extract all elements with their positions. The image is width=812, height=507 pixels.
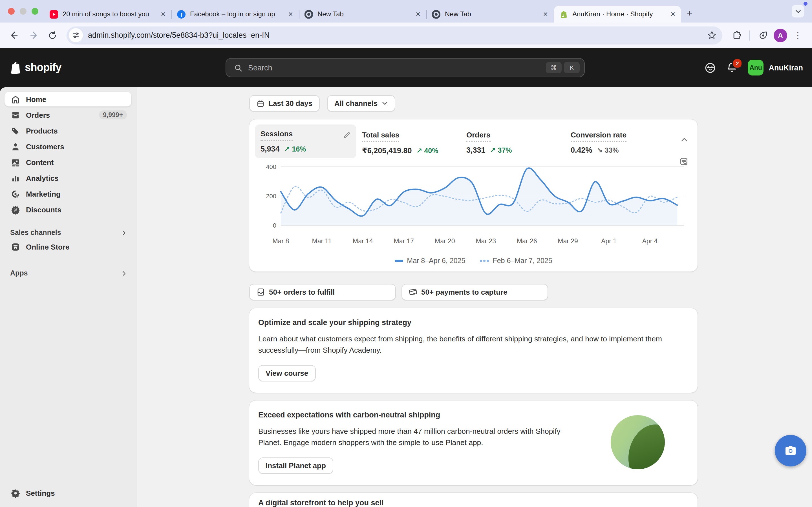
tab-facebook[interactable]: f Facebook – log in or sign up ✕ [171, 6, 299, 22]
sidebar-item-label: Settings [26, 489, 55, 497]
close-tab-icon[interactable]: ✕ [288, 10, 293, 18]
install-planet-app-button[interactable]: Install Planet app [258, 457, 333, 474]
metric-value: ₹6,205,419.80 [362, 146, 412, 155]
metric-value: 5,934 [260, 145, 280, 153]
svg-text:Mar 11: Mar 11 [312, 237, 332, 245]
sidebar-item-orders[interactable]: Orders 9,999+ [4, 108, 132, 122]
forward-button[interactable] [25, 27, 42, 44]
solid-line-swatch [395, 260, 403, 262]
card-body: Learn about what customers expect from s… [258, 334, 689, 356]
reload-button[interactable] [44, 27, 61, 44]
browser-menu-icon[interactable]: ⋮ [790, 27, 806, 44]
chrome-icon [432, 10, 441, 18]
sidekick-assistant-icon[interactable] [705, 62, 716, 73]
apps-label: Apps [10, 269, 28, 277]
metric-total-sales[interactable]: Total sales ₹6,205,419.80 ↗ 40% [356, 124, 461, 160]
metric-label: Conversion rate [571, 131, 626, 142]
sessions-line-chart[interactable]: 0200400Mar 8Mar 11Mar 14Mar 17Mar 20Mar … [255, 162, 685, 252]
bookmark-star-icon[interactable] [707, 31, 717, 40]
minimize-window-button[interactable] [20, 8, 27, 15]
chart-legend: Mar 8–Apr 6, 2025 Feb 6–Mar 7, 2025 [255, 257, 692, 265]
sidebar-item-products[interactable]: Products [4, 123, 132, 138]
sidebar-item-analytics[interactable]: Analytics [4, 171, 132, 185]
tab-youtube[interactable]: 20 min of songs to boost you ✕ [44, 6, 171, 22]
metric-label: Total sales [362, 131, 399, 142]
user-menu[interactable]: Anu AnuKiran [748, 60, 803, 75]
tab-new-tab-2[interactable]: New Tab ✕ [426, 6, 554, 22]
notifications-bell-icon[interactable]: 2 [726, 62, 738, 73]
close-window-button[interactable] [8, 8, 15, 15]
profile-notification-dot [804, 2, 808, 6]
tab-search-button[interactable] [792, 5, 804, 17]
date-range-button[interactable]: Last 30 days [249, 95, 320, 112]
browser-profile-avatar[interactable]: A [774, 29, 787, 42]
sidebar-item-settings[interactable]: Settings [4, 486, 132, 500]
tab-strip: 20 min of songs to boost you ✕ f Faceboo… [0, 0, 812, 22]
shopify-wordmark: shopify [25, 61, 61, 74]
shopify-logo[interactable]: shopify [9, 61, 61, 74]
address-bar[interactable]: admin.shopify.com/store/5e8834-b3?ui_loc… [66, 26, 722, 44]
search-placeholder: Search [248, 63, 544, 72]
tab-title: 20 min of songs to boost you [63, 10, 156, 18]
svg-text:Mar 20: Mar 20 [435, 237, 455, 245]
sidebar-item-discounts[interactable]: Discounts [4, 202, 132, 217]
channel-filter-button[interactable]: All channels [327, 95, 395, 112]
user-avatar: Anu [748, 60, 764, 75]
extensions-puzzle-icon[interactable] [728, 27, 745, 44]
metric-delta: ↗ 16% [284, 145, 306, 153]
view-course-button[interactable]: View course [258, 365, 315, 381]
metric-sessions[interactable]: Sessions 5,934 ↗ 16% [255, 124, 356, 158]
metric-conversion-rate[interactable]: Conversion rate 0.42% ↘ 33% [565, 124, 669, 159]
back-button[interactable] [6, 27, 22, 44]
sidebar-item-online-store[interactable]: Online Store [4, 239, 132, 254]
legend-previous-period: Feb 6–Mar 7, 2025 [480, 257, 552, 265]
sidebar-item-home[interactable]: Home [4, 92, 132, 107]
sidebar-item-marketing[interactable]: Marketing [4, 186, 132, 201]
next-home-card-clipped: A digital storefront to help you sell [249, 493, 698, 507]
close-tab-icon[interactable]: ✕ [670, 10, 675, 18]
svg-text:Mar 29: Mar 29 [558, 237, 578, 245]
sidebar-item-content[interactable]: Content [4, 155, 132, 170]
zoom-window-button[interactable] [32, 8, 38, 15]
svg-text:200: 200 [266, 193, 276, 200]
search-icon [234, 63, 243, 72]
close-tab-icon[interactable]: ✕ [416, 10, 421, 18]
edit-pencil-icon[interactable] [343, 131, 351, 139]
performance-leaf-icon[interactable] [755, 27, 771, 44]
admin-search-input[interactable]: Search ⌘ K [225, 58, 585, 77]
close-tab-icon[interactable]: ✕ [161, 10, 166, 18]
metric-orders[interactable]: Orders 3,331 ↗ 37% [461, 124, 565, 159]
chrome-icon [305, 10, 313, 18]
site-settings-chip[interactable] [69, 28, 83, 42]
payments-to-capture-button[interactable]: 50+ payments to capture [402, 284, 548, 300]
discounts-badge-icon [10, 205, 20, 214]
close-tab-icon[interactable]: ✕ [543, 10, 548, 18]
svg-text:0: 0 [273, 222, 276, 229]
sales-channels-section[interactable]: Sales channels [4, 226, 132, 239]
marketing-target-icon [10, 189, 20, 199]
orders-to-fulfill-button[interactable]: 50+ orders to fulfill [249, 284, 396, 300]
collapse-chevron-up-icon[interactable] [680, 136, 688, 144]
svg-text:Apr 1: Apr 1 [601, 237, 617, 245]
sidebar-item-label: Discounts [26, 205, 61, 214]
sidebar-item-customers[interactable]: Customers [4, 139, 132, 154]
online-store-icon [10, 242, 20, 251]
sidebar-item-label: Home [26, 95, 46, 103]
planet-app-illustration [611, 415, 665, 469]
svg-text:Mar 23: Mar 23 [476, 237, 496, 245]
customers-person-icon [10, 142, 20, 151]
sidebar-item-label: Online Store [26, 242, 70, 251]
date-range-label: Last 30 days [268, 99, 312, 108]
url-text[interactable]: admin.shopify.com/store/5e8834-b3?ui_loc… [88, 31, 707, 40]
legend-current-period: Mar 8–Apr 6, 2025 [395, 257, 465, 265]
new-tab-button[interactable]: + [687, 8, 693, 19]
apps-section[interactable]: Apps [4, 267, 132, 280]
orders-icon [10, 110, 20, 120]
channel-filter-label: All channels [335, 99, 377, 108]
view-report-icon[interactable] [679, 157, 689, 166]
screenshot-camera-button[interactable] [775, 435, 806, 466]
dotted-line-swatch [480, 260, 489, 262]
sidebar: Home Orders 9,999+ Products Customers Co… [0, 87, 137, 507]
tab-new-tab-1[interactable]: New Tab ✕ [299, 6, 426, 22]
tab-shopify-active[interactable]: AnuKiran · Home · Shopify ✕ [554, 6, 681, 22]
